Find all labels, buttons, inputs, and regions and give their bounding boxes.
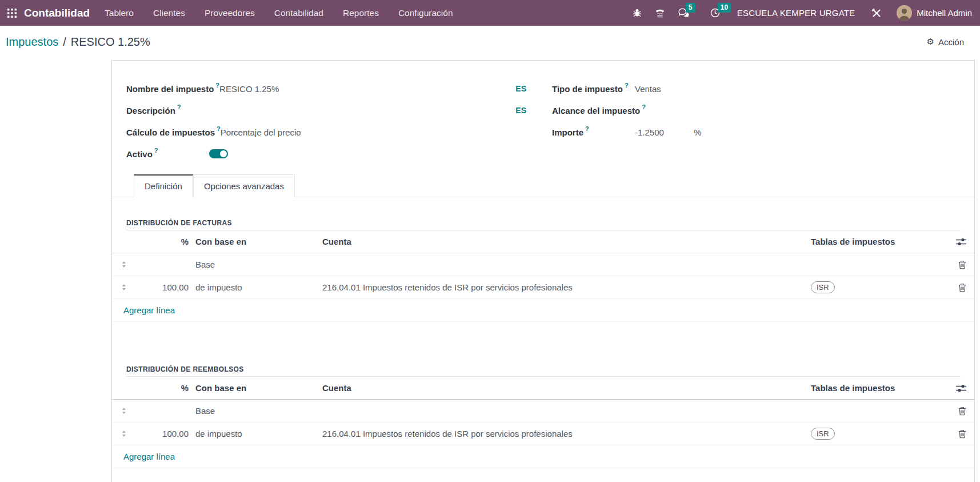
col-header-base-on: Con base en: [195, 383, 315, 393]
invoice-distribution-title: DISTRIBUCIÓN DE FACTURAS: [126, 219, 961, 230]
menu-item-reportes[interactable]: Reportes: [343, 8, 379, 18]
trash-icon[interactable]: [949, 429, 966, 439]
amount-suffix: %: [694, 128, 701, 137]
drag-handle-icon[interactable]: [117, 284, 131, 290]
tools-icon[interactable]: [871, 7, 882, 18]
activities-count-badge: 10: [718, 3, 731, 13]
trash-icon[interactable]: [949, 407, 966, 416]
col-header-account: Cuenta: [322, 237, 799, 246]
field-row-tax-computation: Cálculo de impuestos? Porcentaje del pre…: [126, 121, 533, 143]
user-menu[interactable]: Mitchell Admin: [897, 5, 972, 21]
user-name: Mitchell Admin: [917, 8, 972, 18]
activities-clock-icon[interactable]: 10: [710, 8, 720, 18]
refund-distribution-section: DISTRIBUCIÓN DE REEMBOLSOS % Con base en…: [112, 365, 974, 468]
tax-grid-tag[interactable]: ISR: [811, 281, 835, 293]
top-navbar: Contabilidad Tablero Clientes Proveedore…: [0, 0, 980, 26]
translate-button-name[interactable]: ES: [515, 84, 526, 93]
breadcrumb-separator: /: [63, 35, 66, 49]
tax-name-label: Nombre del impuesto?: [126, 84, 219, 94]
menu-item-tablero[interactable]: Tablero: [105, 8, 134, 18]
active-label: Activo?: [126, 149, 209, 159]
cell-base-on[interactable]: Base: [195, 406, 315, 416]
drag-handle-icon[interactable]: [117, 431, 131, 437]
field-row-amount: Importe? -1.2500 %: [552, 121, 952, 143]
cell-base-on[interactable]: Base: [195, 260, 315, 269]
tax-form: Nombre del impuesto? RESICO 1.25% ES Des…: [112, 61, 974, 165]
action-menu-button[interactable]: ⚙ Acción: [927, 37, 964, 47]
form-right-column: Tipo de impuesto? Ventas Alcance del imp…: [552, 78, 952, 165]
col-header-tax-grids: Tablas de impuestos: [799, 383, 949, 393]
control-panel: Impuestos / RESICO 1.25% ⚙ Acción: [0, 26, 980, 58]
cell-tax-grids: ISR: [799, 428, 949, 440]
table-row[interactable]: Base: [112, 253, 974, 276]
page: Contabilidad Tablero Clientes Proveedore…: [0, 0, 980, 482]
menu-item-configuracion[interactable]: Configuración: [398, 8, 453, 18]
tax-type-select[interactable]: Ventas: [635, 84, 661, 94]
breadcrumb-impuestos-link[interactable]: Impuestos: [6, 35, 58, 49]
cell-account[interactable]: 216.04.01 Impuestos retenidos de ISR por…: [322, 282, 799, 292]
optional-columns-icon[interactable]: [949, 384, 966, 392]
add-line-link[interactable]: Agregar línea: [123, 305, 175, 315]
field-row-active: Activo?: [126, 143, 533, 165]
table-header-row: % Con base en Cuenta Tablas de impuestos: [112, 377, 974, 400]
page-title: RESICO 1.25%: [71, 35, 150, 49]
help-marker: ?: [217, 125, 221, 132]
tab-opciones-avanzadas[interactable]: Opciones avanzadas: [193, 174, 295, 197]
gear-icon: ⚙: [927, 37, 934, 47]
table-row[interactable]: 100.00 de impuesto 216.04.01 Impuestos r…: [112, 423, 974, 445]
breadcrumb: Impuestos / RESICO 1.25%: [6, 35, 150, 49]
tax-name-input[interactable]: RESICO 1.25%: [219, 84, 279, 94]
cell-account[interactable]: 216.04.01 Impuestos retenidos de ISR por…: [322, 429, 799, 439]
menu-item-clientes[interactable]: Clientes: [153, 8, 185, 18]
apps-grid-icon[interactable]: [6, 7, 18, 19]
field-row-description: Descripción? ES: [126, 99, 533, 121]
company-switcher[interactable]: ESCUELA KEMPER URGATE: [737, 8, 855, 18]
avatar: [897, 5, 912, 21]
cell-base-on[interactable]: de impuesto: [195, 429, 315, 439]
table-row[interactable]: 100.00 de impuesto 216.04.01 Impuestos r…: [112, 276, 974, 299]
drag-handle-icon[interactable]: [117, 261, 131, 268]
action-menu-label: Acción: [938, 37, 964, 47]
tax-scope-label: Alcance del impuesto?: [552, 106, 646, 115]
menu-item-proveedores[interactable]: Proveedores: [205, 8, 255, 18]
add-line-row: Agregar línea: [112, 445, 974, 468]
tax-computation-label: Cálculo de impuestos?: [126, 128, 221, 137]
messages-icon[interactable]: 5: [678, 8, 690, 18]
phone-icon[interactable]: [655, 8, 665, 18]
trash-icon[interactable]: [949, 283, 966, 292]
add-line-row: Agregar línea: [112, 299, 974, 322]
amount-input[interactable]: -1.2500: [635, 128, 683, 137]
help-marker: ?: [177, 103, 181, 110]
help-marker: ?: [215, 82, 219, 89]
optional-columns-icon[interactable]: [949, 238, 966, 246]
cell-base-on[interactable]: de impuesto: [195, 282, 315, 292]
invoice-distribution-section: DISTRIBUCIÓN DE FACTURAS % Con base en C…: [112, 219, 974, 322]
col-header-percent: %: [131, 237, 189, 246]
field-row-tax-type: Tipo de impuesto? Ventas: [552, 78, 952, 99]
main-menu: Tablero Clientes Proveedores Contabilida…: [105, 8, 453, 18]
help-marker: ?: [642, 103, 646, 110]
translate-button-description[interactable]: ES: [515, 106, 526, 115]
col-header-base-on: Con base en: [195, 237, 315, 246]
cell-percent[interactable]: 100.00: [131, 429, 189, 439]
cell-percent[interactable]: 100.00: [131, 282, 189, 292]
bug-icon[interactable]: [633, 8, 642, 18]
tax-grid-tag[interactable]: ISR: [811, 428, 835, 440]
tax-type-label: Tipo de impuesto?: [552, 84, 635, 94]
table-row[interactable]: Base: [112, 400, 974, 423]
col-header-percent: %: [131, 383, 189, 393]
menu-item-contabilidad[interactable]: Contabilidad: [274, 8, 323, 18]
col-header-account: Cuenta: [322, 383, 799, 393]
notebook-tabs: Definición Opciones avanzadas: [112, 174, 974, 197]
trash-icon[interactable]: [949, 260, 966, 269]
tab-definicion[interactable]: Definición: [134, 174, 193, 197]
tax-computation-select[interactable]: Porcentaje del precio: [221, 128, 301, 137]
active-toggle[interactable]: [209, 149, 228, 158]
app-name[interactable]: Contabilidad: [24, 7, 90, 19]
description-label: Descripción?: [126, 106, 209, 115]
add-line-link[interactable]: Agregar línea: [123, 452, 175, 461]
col-header-tax-grids: Tablas de impuestos: [799, 237, 949, 246]
field-row-tax-name: Nombre del impuesto? RESICO 1.25% ES: [126, 78, 533, 99]
cell-tax-grids: ISR: [799, 281, 949, 293]
drag-handle-icon[interactable]: [117, 408, 131, 414]
